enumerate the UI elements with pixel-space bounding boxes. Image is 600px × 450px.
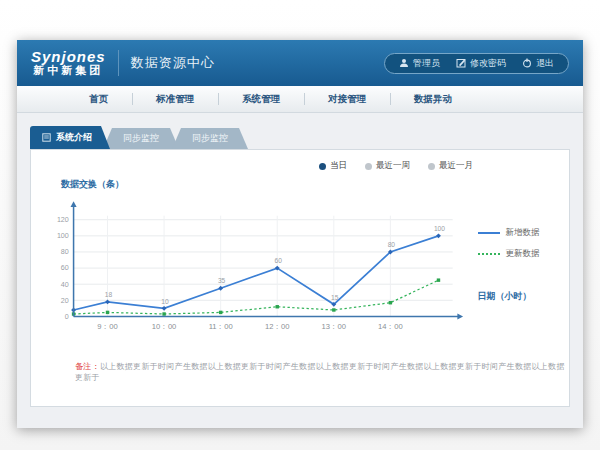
svg-text:9：00: 9：00 <box>97 322 117 331</box>
chart-row: 0204060801001209：0010：0011：0012：0013：001… <box>31 193 569 337</box>
tab-sync-monitor-1[interactable]: 同步监控 <box>103 128 179 149</box>
nav-item-integration-management[interactable]: 对接管理 <box>304 86 390 112</box>
footnote-label: 备注： <box>75 362 100 371</box>
current-user-button[interactable]: 管理员 <box>399 57 440 70</box>
svg-text:60: 60 <box>61 264 69 272</box>
svg-text:80: 80 <box>61 248 69 256</box>
nav-item-system-management[interactable]: 系统管理 <box>218 86 304 112</box>
svg-text:60: 60 <box>274 257 282 264</box>
svg-text:35: 35 <box>218 277 226 284</box>
tab-bar: 系统介绍 同步监控 同步监控 <box>30 126 583 149</box>
logo-text-en: Synjones <box>31 49 106 65</box>
logout-button[interactable]: 退出 <box>522 57 554 70</box>
svg-text:20: 20 <box>61 297 69 305</box>
app-header: Synjones 新中新集团 数据资源中心 管理员 修改密码 <box>17 40 583 86</box>
radio-last-month-label: 最近一月 <box>439 160 473 172</box>
legend-new-data[interactable]: 新增数据 <box>478 227 569 239</box>
user-icon <box>399 58 409 68</box>
svg-text:15: 15 <box>331 294 339 301</box>
user-actions: 管理员 修改密码 退出 <box>384 53 569 74</box>
radio-today-label: 当日 <box>330 160 347 172</box>
svg-text:18: 18 <box>105 291 113 298</box>
chart-legend: 新增数据 更新数据 <box>478 227 569 260</box>
svg-text:100: 100 <box>434 225 445 232</box>
svg-text:80: 80 <box>388 241 396 248</box>
tab-system-intro[interactable]: 系统介绍 <box>30 126 110 149</box>
power-icon <box>522 58 532 68</box>
document-icon <box>42 133 51 142</box>
radio-dot-icon <box>428 163 435 170</box>
change-password-button[interactable]: 修改密码 <box>456 57 506 70</box>
svg-text:10: 10 <box>161 298 169 305</box>
current-user-label: 管理员 <box>413 57 440 70</box>
content-area: 系统介绍 同步监控 同步监控 当日 最近一周 <box>17 113 583 407</box>
legend-update-data-label: 更新数据 <box>506 248 540 260</box>
svg-text:12：00: 12：00 <box>265 322 290 331</box>
logout-label: 退出 <box>536 57 554 70</box>
nav-item-home[interactable]: 首页 <box>65 86 132 112</box>
logo-text-cn: 新中新集团 <box>33 65 103 77</box>
svg-text:11：00: 11：00 <box>209 322 233 331</box>
page-title: 数据资源中心 <box>131 54 215 72</box>
edit-icon <box>456 58 466 68</box>
change-password-label: 修改密码 <box>470 57 506 70</box>
solid-line-icon <box>478 232 500 234</box>
svg-text:0: 0 <box>65 313 69 321</box>
radio-dot-icon <box>365 163 372 170</box>
legend-new-data-label: 新增数据 <box>506 227 540 239</box>
radio-today[interactable]: 当日 <box>319 160 347 172</box>
nav-item-standard-management[interactable]: 标准管理 <box>132 86 218 112</box>
company-logo: Synjones 新中新集团 <box>31 49 106 76</box>
radio-dot-icon <box>319 163 326 170</box>
svg-text:14：00: 14：00 <box>378 322 403 331</box>
radio-last-week[interactable]: 最近一周 <box>365 160 410 172</box>
nav-item-data-changes[interactable]: 数据异动 <box>390 86 476 112</box>
main-nav: 首页 标准管理 系统管理 对接管理 数据异动 <box>17 86 583 113</box>
svg-text:13：00: 13：00 <box>322 322 347 331</box>
exchange-line-chart: 0204060801001209：0010：0011：0012：0013：001… <box>45 193 474 337</box>
footnote-text: 以上数据更新于时间产生数据以上数据更新于时间产生数据以上数据更新于时间产生数据以… <box>75 362 565 382</box>
app-window: Synjones 新中新集团 数据资源中心 管理员 修改密码 <box>17 40 583 428</box>
chart-card: 当日 最近一周 最近一月 数据交换（条） 0204060801001209：00… <box>30 149 570 407</box>
svg-text:10：00: 10：00 <box>152 322 177 331</box>
footnote: 备注：以上数据更新于时间产生数据以上数据更新于时间产生数据以上数据更新于时间产生… <box>75 361 569 383</box>
period-filter: 当日 最近一周 最近一月 <box>31 160 569 172</box>
tab-label: 系统介绍 <box>56 131 92 144</box>
chart-side-panel: 新增数据 更新数据 日期（小时） <box>474 193 569 337</box>
desktop-background: Synjones 新中新集团 数据资源中心 管理员 修改密码 <box>0 0 600 450</box>
tab-sync-monitor-2[interactable]: 同步监控 <box>172 128 248 149</box>
radio-last-week-label: 最近一周 <box>376 160 410 172</box>
x-axis-title: 日期（小时） <box>478 290 569 303</box>
radio-last-month[interactable]: 最近一月 <box>428 160 473 172</box>
header-divider <box>118 50 119 76</box>
legend-update-data[interactable]: 更新数据 <box>478 248 569 260</box>
svg-text:120: 120 <box>57 216 69 224</box>
svg-text:100: 100 <box>57 232 69 240</box>
dotted-line-icon <box>478 253 500 255</box>
svg-text:40: 40 <box>61 281 69 289</box>
y-axis-title: 数据交换（条） <box>61 178 569 191</box>
